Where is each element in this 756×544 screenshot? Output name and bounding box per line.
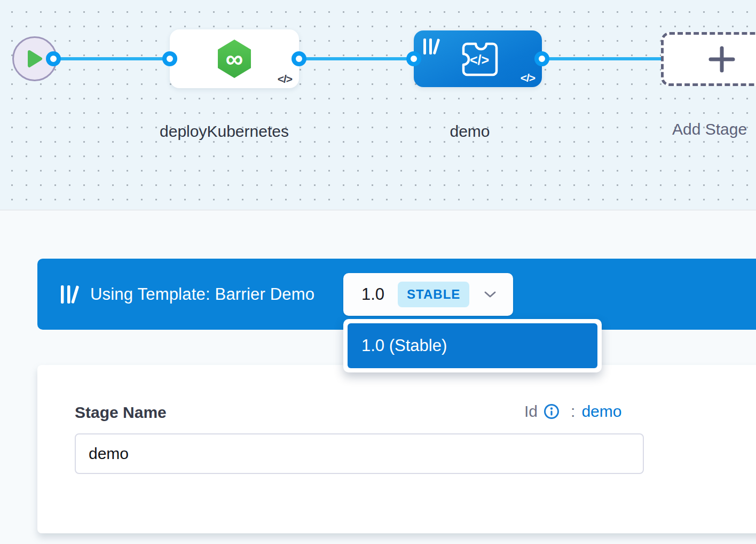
edge-start-to-deploy (53, 57, 171, 60)
stage-id-value: demo (581, 402, 621, 421)
version-dropdown-menu: 1.0 (Stable) (343, 319, 602, 372)
port-demo-in[interactable] (406, 51, 421, 66)
version-number: 1.0 (361, 285, 384, 304)
chevron-down-icon (484, 291, 497, 298)
play-icon (26, 49, 43, 68)
stage-node-demo[interactable]: </> </> (414, 30, 542, 87)
template-library-icon (422, 37, 443, 56)
stage-name-input[interactable] (75, 433, 644, 474)
stage-label-deploykubernetes: deployKubernetes (158, 116, 291, 147)
port-deploy-in[interactable] (162, 51, 177, 66)
template-library-icon (59, 284, 80, 305)
version-option-1-0-stable[interactable]: 1.0 (Stable) (348, 323, 597, 368)
stage-node-deploykubernetes[interactable]: ∞ </> (170, 29, 299, 88)
version-selector[interactable]: 1.0 STABLE (343, 273, 513, 316)
edge-deploy-to-demo (298, 57, 415, 60)
stage-id-row: Id : demo (524, 402, 621, 421)
deployment-stage-icon: ∞ (218, 40, 251, 78)
custom-stage-icon: </> (451, 38, 505, 79)
pipeline-editor: ∞ </> </> </> deployKubernetes demo Add … (0, 0, 756, 544)
code-glyph: </> (470, 52, 489, 67)
yaml-code-icon[interactable]: </> (278, 73, 292, 86)
stage-overview-panel: Stage Name Id : demo (37, 365, 756, 533)
stable-badge: STABLE (398, 282, 469, 307)
yaml-code-icon[interactable]: </> (521, 72, 535, 84)
add-stage-label: Add Stage (672, 114, 756, 145)
edge-demo-to-addstage (541, 57, 663, 60)
id-colon: : (571, 402, 575, 421)
using-template-text: Using Template: Barrier Demo (90, 259, 314, 330)
stage-label-demo: demo (422, 116, 518, 147)
infinity-glyph: ∞ (226, 43, 243, 75)
plus-icon (706, 44, 737, 75)
pipeline-canvas: ∞ </> </> </> deployKubernetes demo Add … (0, 0, 756, 211)
info-icon[interactable] (543, 403, 560, 420)
add-stage-button[interactable] (661, 32, 756, 86)
id-label: Id (524, 402, 538, 421)
port-demo-out[interactable] (534, 51, 549, 66)
stage-name-label: Stage Name (75, 403, 167, 422)
port-deploy-out[interactable] (292, 51, 306, 66)
port-start-out[interactable] (46, 51, 61, 66)
